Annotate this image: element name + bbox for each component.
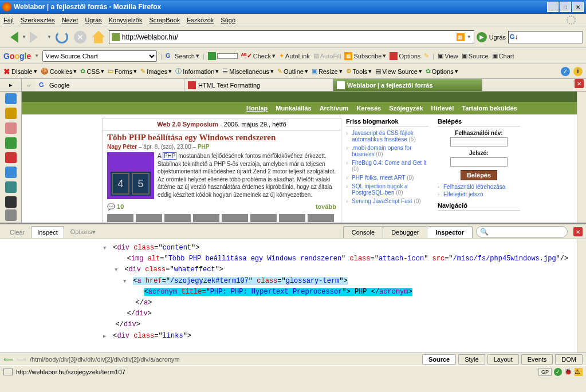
tab-html[interactable]: HTML Text Formatting xyxy=(184,79,333,91)
wd-info-icon[interactable]: i xyxy=(573,67,583,76)
menu-bookmarks[interactable]: Könyvjelzők xyxy=(109,17,143,23)
nav-hirlevel[interactable]: Hírlevél xyxy=(431,105,454,112)
nav-kereses[interactable]: Keresés xyxy=(356,105,381,112)
fb-inspect[interactable]: Inspect xyxy=(31,226,64,238)
wd-information[interactable]: ⓘInformation▾ xyxy=(175,67,219,76)
g-autofill[interactable]: ▤AutoFill xyxy=(313,52,341,60)
go-button[interactable]: ▶ xyxy=(477,32,487,42)
sb-icon-4[interactable] xyxy=(5,137,17,149)
g-autolink[interactable]: ✦AutoLink xyxy=(279,52,310,60)
fb-dom-btn[interactable]: DOM xyxy=(555,354,583,365)
article-title[interactable]: Több PHP beállítása egy Windows rendszer… xyxy=(107,133,336,142)
fb-console-tab[interactable]: Console xyxy=(343,226,383,238)
fb-scrollbar[interactable] xyxy=(577,239,586,353)
search-box[interactable]: G↓ xyxy=(508,31,583,43)
forgot-pass-link[interactable]: Elfelejtett jelszó xyxy=(438,191,520,197)
forward-dropdown[interactable]: ▼ xyxy=(47,34,52,39)
google-logo[interactable]: Google xyxy=(3,52,31,61)
fb-next[interactable]: ⟹ xyxy=(17,355,26,363)
login-button[interactable]: Belépés xyxy=(461,170,497,180)
menu-view[interactable]: Nézet xyxy=(62,17,78,23)
page-scrollbar[interactable] xyxy=(577,92,586,223)
selected-node[interactable]: <acronym title="PHP: PHP: Hypertext Prep… xyxy=(144,288,412,296)
password-input[interactable] xyxy=(450,157,508,167)
menu-edit[interactable]: Szerkesztés xyxy=(21,17,55,23)
g-search-button[interactable]: GSearch ▾ xyxy=(166,52,199,60)
url-input[interactable] xyxy=(122,33,454,41)
symposium-banner[interactable]: Web 2.0 Symposium - 2006. május 29., hét… xyxy=(103,118,341,130)
rss-icon[interactable]: ▦ xyxy=(457,33,465,41)
g-spellcheck[interactable]: ᴬᴮ✓Check ▾ xyxy=(241,52,276,60)
sb-icon-8[interactable] xyxy=(5,196,17,208)
g-pagerank[interactable] xyxy=(208,52,238,60)
minimize-button[interactable]: _ xyxy=(547,2,559,12)
fb-debugger-tab[interactable]: Debugger xyxy=(383,226,427,238)
tab-weblabor[interactable]: Weblabor | a fejlesztői forrás xyxy=(333,79,482,91)
wd-css[interactable]: ✿CSS▾ xyxy=(80,68,104,75)
blogmark-item[interactable]: PHP folks, meet ART (0) xyxy=(346,173,428,182)
wd-resize[interactable]: ▣Resize▾ xyxy=(312,68,343,75)
wd-images[interactable]: ✎Images▾ xyxy=(140,68,172,75)
back-button[interactable] xyxy=(3,29,19,45)
fb-close-button[interactable]: ✕ xyxy=(573,227,583,236)
sb-icon-3[interactable] xyxy=(5,122,17,134)
back-dropdown[interactable]: ▼ xyxy=(22,34,26,39)
forward-button[interactable] xyxy=(29,29,45,45)
wd-outline[interactable]: ✎Outline▾ xyxy=(277,68,308,75)
blogmark-item[interactable]: Javascript és CSS fájlok automatikus fri… xyxy=(346,129,428,144)
home-button[interactable] xyxy=(91,29,107,45)
comment-count[interactable]: 💬 10 xyxy=(107,203,124,211)
nav-munka[interactable]: Munka/állás xyxy=(276,105,311,112)
menu-file[interactable]: Fájl xyxy=(3,17,14,23)
firebug-source-tree[interactable]: ▼ <div class="content"> <img alt="Több P… xyxy=(0,239,586,353)
fb-events-btn[interactable]: Events xyxy=(521,354,553,365)
wd-misc[interactable]: ☰Miscellaneous▾ xyxy=(222,68,274,75)
wd-options[interactable]: ✿Options▾ xyxy=(426,68,458,75)
fb-layout-btn[interactable]: Layout xyxy=(487,354,519,365)
fb-prev[interactable]: ⟸ xyxy=(3,355,13,363)
firebug-icon[interactable]: 🐞 xyxy=(564,368,572,376)
warning-icon[interactable]: ⚠ xyxy=(575,368,583,376)
wd-forms[interactable]: ▭Forms▾ xyxy=(108,68,137,75)
wd-viewsource[interactable]: ▤View Source▾ xyxy=(375,68,422,75)
g-highlight[interactable]: ✎ xyxy=(424,52,429,60)
fb-dom-path[interactable]: /html/body/div[3]/div/div/div[2]/div/div… xyxy=(30,356,180,363)
fb-search[interactable]: 🔍 xyxy=(476,226,568,237)
sb-icon-9[interactable] xyxy=(5,209,17,221)
nav-archivum[interactable]: Archívum xyxy=(320,105,349,112)
g-view[interactable]: ▣View xyxy=(438,52,458,60)
menu-scrapbook[interactable]: ScrapBook xyxy=(149,17,180,23)
wd-cookies[interactable]: 🍪Cookies▾ xyxy=(41,68,77,75)
read-more-link[interactable]: tovább xyxy=(316,203,336,211)
sb-icon-6[interactable] xyxy=(5,167,17,178)
nav-bekuldes[interactable]: Tartalom beküldés xyxy=(462,105,517,112)
wd-tools[interactable]: ⚙Tools▾ xyxy=(346,68,372,75)
g-subscribe[interactable]: ▦Subscribe ▾ xyxy=(344,52,386,60)
blogmark-item[interactable]: FireBug 0.4: Come and Get It (0) xyxy=(346,159,428,173)
g-chart[interactable]: ▣Chart xyxy=(492,52,514,60)
fb-clear[interactable]: Clear xyxy=(3,226,31,238)
stop-button[interactable]: ✕ xyxy=(72,29,88,45)
url-bar[interactable]: ▦ ▼ xyxy=(109,30,474,44)
username-input[interactable] xyxy=(450,137,508,146)
sb-icon-2[interactable] xyxy=(5,108,17,119)
maximize-button[interactable]: □ xyxy=(560,2,571,12)
blogmark-item[interactable]: Serving JavaScript Fast (0) xyxy=(346,197,428,205)
reload-button[interactable] xyxy=(54,29,70,45)
sb-icon-1[interactable] xyxy=(5,93,17,105)
g-options[interactable]: Options xyxy=(390,52,420,60)
url-dropdown[interactable]: ▼ xyxy=(467,34,471,39)
new-tab-button[interactable]: ▫ xyxy=(22,79,36,91)
google-search-select[interactable]: View Source Chart xyxy=(42,50,157,62)
create-user-link[interactable]: Felhasználó létrehozása xyxy=(438,184,520,190)
status-ok-icon[interactable]: ✓ xyxy=(554,368,562,376)
tab-google[interactable]: GGoogle xyxy=(36,79,184,91)
fb-source-btn[interactable]: Source xyxy=(422,354,456,365)
sb-icon-7[interactable] xyxy=(5,181,17,193)
blogmark-item[interactable]: .mobi domain opens for business (0) xyxy=(346,144,428,159)
sidebar-toggle[interactable]: ▸ xyxy=(0,79,21,92)
menu-help[interactable]: Súgó xyxy=(221,17,235,23)
sb-icon-5[interactable] xyxy=(5,152,17,164)
fb-options[interactable]: Options▾ xyxy=(64,225,102,238)
fb-inspector-tab[interactable]: Inspector xyxy=(427,226,473,238)
